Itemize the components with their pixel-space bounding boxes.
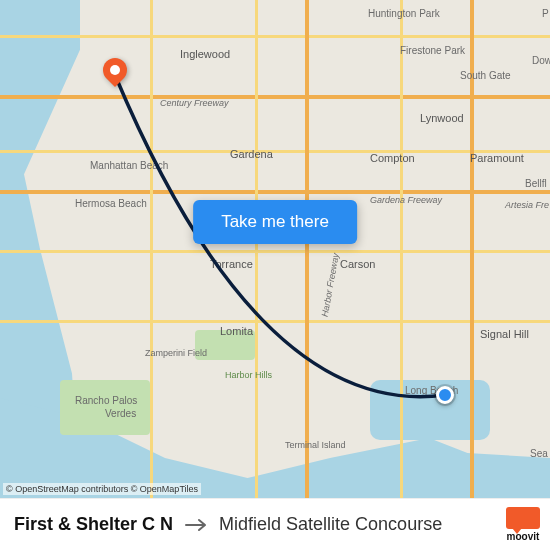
map-road bbox=[305, 0, 309, 498]
pin-icon bbox=[98, 53, 132, 87]
moovit-logo[interactable]: moovit bbox=[506, 507, 540, 542]
map-road bbox=[0, 190, 550, 194]
map-road bbox=[150, 0, 153, 498]
origin-marker[interactable] bbox=[436, 386, 454, 404]
map-park bbox=[60, 380, 150, 435]
map-road bbox=[255, 0, 258, 498]
map-road bbox=[400, 0, 403, 498]
map-road bbox=[0, 150, 550, 153]
moovit-icon bbox=[506, 507, 540, 529]
attribution-osm: © OpenStreetMap contributors bbox=[6, 484, 128, 494]
map-park bbox=[195, 330, 255, 360]
destination-marker[interactable] bbox=[103, 58, 127, 82]
map-viewport[interactable]: Huntington Park Inglewood Firestone Park… bbox=[0, 0, 550, 498]
map-road bbox=[0, 250, 550, 253]
take-me-there-button[interactable]: Take me there bbox=[193, 200, 357, 244]
attribution-tiles: © OpenMapTiles bbox=[131, 484, 198, 494]
map-attribution: © OpenStreetMap contributors © OpenMapTi… bbox=[3, 483, 201, 495]
arrow-right-icon bbox=[185, 518, 207, 532]
map-road bbox=[0, 320, 550, 323]
map-road bbox=[0, 95, 550, 99]
map-road bbox=[0, 35, 550, 38]
route-footer: First & Shelter C N Midfield Satellite C… bbox=[0, 498, 550, 550]
map-road bbox=[470, 0, 474, 498]
route-destination-label: Midfield Satellite Concourse bbox=[219, 514, 442, 535]
route-origin-label: First & Shelter C N bbox=[14, 514, 173, 535]
